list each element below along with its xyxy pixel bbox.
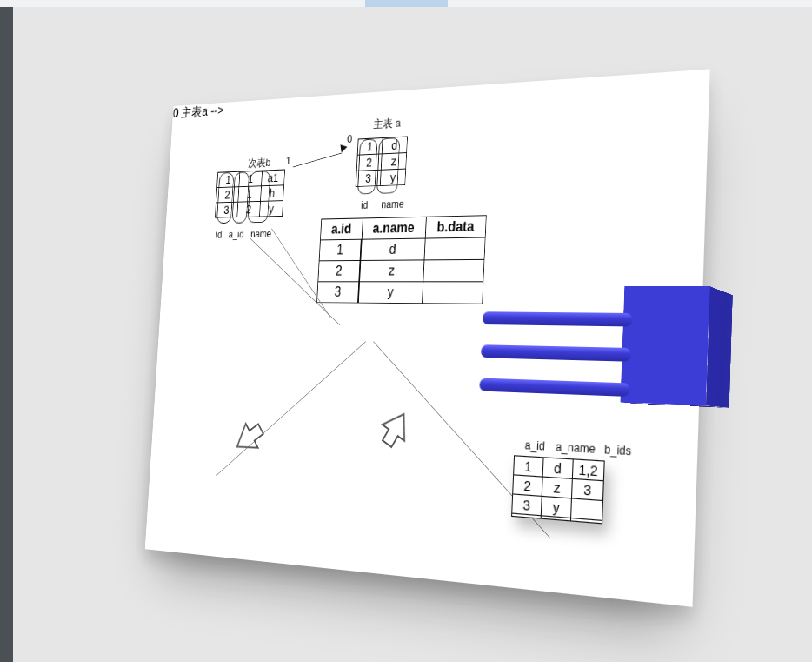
col-label: id [358, 199, 371, 211]
result-header: a_name [550, 440, 599, 457]
center-cell [424, 237, 485, 260]
relation-arrow-head-icon [340, 143, 348, 152]
center-cell [423, 259, 483, 281]
center-header: a.id [320, 218, 363, 240]
center-header: b.data [425, 216, 486, 238]
center-cell: z [359, 260, 423, 282]
result-cell: 1,2 [572, 459, 604, 481]
center-cell: y [358, 282, 423, 304]
center-cell: 1 [319, 239, 362, 261]
center-cell: 3 [316, 282, 359, 303]
label-one: 1 [285, 155, 291, 167]
table-b-col-labels: id a_id name [211, 226, 276, 242]
active-tab-indicator [365, 0, 448, 7]
result-cell: 2 [513, 475, 542, 497]
result-cell: y [541, 496, 571, 518]
plug-body [635, 291, 722, 407]
result-cell: 3 [512, 494, 542, 516]
col-label: name [248, 228, 275, 240]
big-arrow-left-icon [225, 409, 273, 466]
center-cell [422, 282, 483, 304]
result-header: b_ids [601, 443, 636, 458]
col-label: id [213, 229, 225, 240]
result-cell: 3 [571, 478, 603, 500]
diagram-board: 主表 a 0 1d 2z 3y idname 次表b 1 1 1 a1 2 1 … [145, 69, 710, 606]
relation-arrow-line [293, 152, 343, 167]
label-sub-table: 次表b [248, 156, 271, 171]
big-arrow-right-icon [369, 398, 422, 459]
center-cell: d [361, 238, 425, 260]
center-cell: 2 [318, 260, 361, 281]
result-header: a_id [521, 438, 549, 453]
column-pill [357, 138, 378, 194]
result-cell: d [542, 458, 573, 479]
label-zero: 0 [347, 132, 353, 145]
window-titlebar [0, 0, 812, 7]
center-header: a.name [362, 217, 426, 239]
table-a-col-labels: idname [356, 197, 409, 213]
col-label: a_id [225, 229, 247, 240]
sidebar-strip [0, 7, 13, 662]
result-cell: z [542, 477, 572, 498]
col-label: name [372, 198, 408, 211]
plug-prong [483, 311, 633, 326]
plug-prong [479, 378, 629, 398]
3d-plug-object[interactable] [528, 291, 750, 458]
connector-line [216, 341, 366, 476]
result-cell: 1 [514, 456, 543, 477]
3d-viewport[interactable]: 主表 a 0 1d 2z 3y idname 次表b 1 1 1 a1 2 1 … [13, 7, 812, 662]
column-pill [247, 171, 270, 223]
result-table: 1 d 1,2 2 z 3 3 y [511, 455, 605, 524]
result-cell [571, 498, 603, 520]
center-join-table: a.id a.name b.data 1 d 2 z 3 y [316, 215, 487, 304]
plug-prong [481, 344, 631, 361]
result-table-wrap: a_id a_name b_ids 1 d 1,2 2 z 3 3 [511, 436, 631, 524]
label-main-table: 主表 a [373, 116, 401, 132]
